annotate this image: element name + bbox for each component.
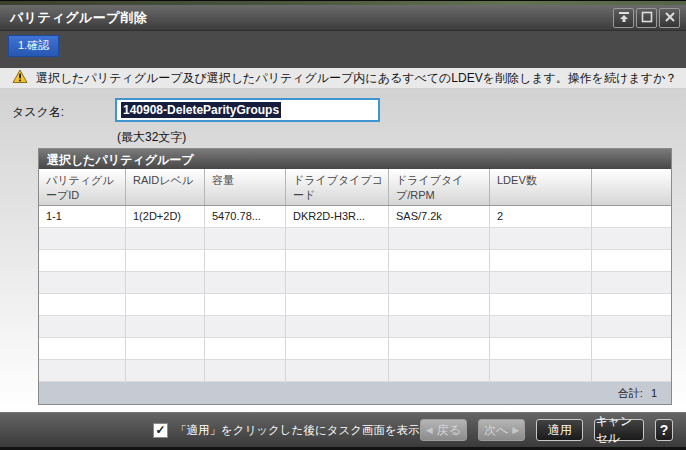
maximize-window-button[interactable] [636, 8, 657, 28]
dialog-titlebar: パリティグループ削除 [0, 5, 686, 31]
cell-raid-level: 1(2D+2D) [126, 206, 205, 227]
empty-cell [126, 272, 205, 293]
table-title: 選択したパリティグループ [39, 149, 671, 169]
empty-cell [126, 294, 205, 315]
empty-cell [286, 316, 389, 337]
next-arrow-icon: ▶ [512, 425, 519, 435]
empty-cell [592, 228, 671, 249]
maximize-icon [641, 9, 653, 27]
empty-cell [286, 294, 389, 315]
empty-cell [39, 360, 126, 381]
column-header-drive-type-rpm[interactable]: ドライブタイプ/RPM [389, 169, 490, 205]
empty-cell [592, 338, 671, 359]
total-value: 1 [651, 387, 657, 399]
empty-cell [39, 250, 126, 271]
empty-cell [286, 338, 389, 359]
close-window-button[interactable] [659, 8, 680, 28]
task-name-input[interactable]: 140908-DeleteParityGroups [115, 98, 380, 122]
dialog-title: パリティグループ削除 [0, 9, 147, 27]
show-task-screen-checkbox[interactable]: ✓ [153, 423, 168, 438]
cell-parity-group-id: 1-1 [39, 206, 126, 227]
warning-message: 選択したパリティグループ及び選択したパリティグループ内にあるすべてのLDEVを削… [36, 70, 677, 87]
column-header-parity-group-id[interactable]: パリティグループID [39, 169, 126, 205]
empty-cell [389, 272, 490, 293]
task-name-label: タスク名: [12, 104, 64, 121]
show-task-screen-option: ✓ 「適用」をクリックした後にタスク画面を表示 [153, 423, 420, 438]
dialog-content: タスク名: 140908-DeleteParityGroups (最大32文字)… [0, 89, 686, 412]
tab-confirm[interactable]: 1.確認 [8, 35, 59, 57]
empty-cell [286, 228, 389, 249]
empty-cell [490, 338, 592, 359]
empty-cell [592, 272, 671, 293]
help-button[interactable]: ? [655, 419, 673, 441]
empty-cell [592, 294, 671, 315]
empty-cell [286, 360, 389, 381]
apply-button[interactable]: 適用 [536, 419, 583, 441]
table-row[interactable]: 1-1 1(2D+2D) 5470.78... DKR2D-H3R... SAS… [39, 206, 671, 228]
cell-ldev-count: 2 [490, 206, 592, 227]
table-empty-row [39, 360, 671, 382]
back-arrow-icon: ◀ [426, 425, 433, 435]
next-button-label: 次へ [484, 422, 508, 439]
cancel-button-label: キャンセル [595, 413, 643, 447]
empty-cell [126, 360, 205, 381]
empty-cell [39, 272, 126, 293]
close-icon [664, 9, 676, 27]
column-header-spacer [592, 169, 671, 205]
column-header-drive-type-code[interactable]: ドライブタイプコード [286, 169, 389, 205]
empty-cell [490, 250, 592, 271]
cell-spacer [592, 206, 671, 227]
empty-cell [389, 228, 490, 249]
empty-cell [39, 338, 126, 359]
empty-cell [205, 272, 286, 293]
rollup-icon [618, 9, 630, 27]
empty-cell [592, 360, 671, 381]
empty-cell [205, 338, 286, 359]
empty-cell [286, 250, 389, 271]
empty-cell [205, 250, 286, 271]
rollup-window-button[interactable] [613, 8, 634, 28]
help-button-label: ? [660, 422, 669, 438]
empty-cell [39, 316, 126, 337]
empty-cell [286, 272, 389, 293]
dialog-footer-bar: ✓ 「適用」をクリックした後にタスク画面を表示 ◀ 戻る 次へ ▶ 適用 キャン… [0, 412, 686, 447]
back-button[interactable]: ◀ 戻る [420, 419, 467, 441]
cell-drive-type-rpm: SAS/7.2k [389, 206, 490, 227]
empty-cell [389, 338, 490, 359]
column-header-capacity[interactable]: 容量 [205, 169, 286, 205]
empty-cell [39, 294, 126, 315]
apply-button-label: 適用 [548, 422, 572, 439]
empty-cell [490, 272, 592, 293]
empty-cell [490, 360, 592, 381]
warning-banner: 選択したパリティグループ及び選択したパリティグループ内にあるすべてのLDEVを削… [0, 68, 686, 89]
empty-cell [126, 338, 205, 359]
table-footer: 合計: 1 [39, 382, 671, 404]
task-name-value: 140908-DeleteParityGroups [121, 102, 281, 118]
column-header-raid-level[interactable]: RAIDレベル [126, 169, 205, 205]
table-empty-row [39, 338, 671, 360]
empty-cell [205, 316, 286, 337]
empty-cell [205, 360, 286, 381]
window-controls [613, 8, 686, 28]
cell-drive-type-code: DKR2D-H3R... [286, 206, 389, 227]
empty-cell [126, 316, 205, 337]
empty-cell [490, 294, 592, 315]
empty-cell [490, 316, 592, 337]
table-header-row: パリティグループID RAIDレベル 容量 ドライブタイプコード ドライブタイプ… [39, 169, 671, 206]
empty-cell [592, 250, 671, 271]
empty-cell [490, 228, 592, 249]
total-label: 合計: [618, 386, 643, 401]
empty-cell [389, 250, 490, 271]
cell-capacity: 5470.78... [205, 206, 286, 227]
next-button[interactable]: 次へ ▶ [478, 419, 525, 441]
table-empty-row [39, 250, 671, 272]
empty-cell [389, 360, 490, 381]
selected-parity-groups-table: 選択したパリティグループ パリティグループID RAIDレベル 容量 ドライブタ… [38, 148, 672, 405]
wizard-step-bar: 1.確認 [0, 31, 686, 68]
empty-cell [39, 228, 126, 249]
column-header-ldev-count[interactable]: LDEV数 [490, 169, 592, 205]
table-empty-row [39, 294, 671, 316]
empty-cell [592, 316, 671, 337]
cancel-button[interactable]: キャンセル [594, 419, 644, 441]
warning-icon [12, 69, 28, 88]
